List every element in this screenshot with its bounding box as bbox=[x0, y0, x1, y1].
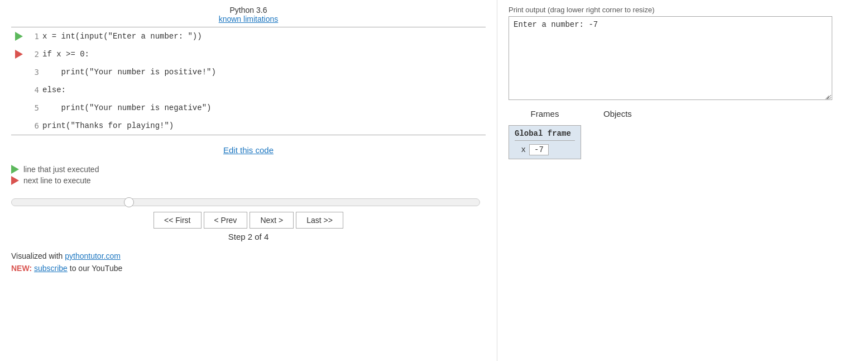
code-line-6: 6 print("Thanks for playing!") bbox=[11, 117, 486, 135]
line-num-2: 2 bbox=[27, 50, 42, 59]
resize-handle-icon: ◢ bbox=[825, 93, 831, 98]
code-text-6: print("Thanks for playing!") bbox=[42, 121, 174, 130]
new-label: NEW: bbox=[11, 264, 32, 273]
frames-title: Frames bbox=[509, 109, 581, 118]
left-panel: Python 3.6 known limitations 1 x = int(i… bbox=[0, 0, 497, 361]
subscribe-link[interactable]: subscribe bbox=[34, 264, 68, 273]
frame-var-x: x bbox=[515, 145, 526, 154]
slider-thumb[interactable] bbox=[124, 197, 134, 207]
objects-section: Objects bbox=[603, 109, 632, 159]
code-text-4: else: bbox=[42, 86, 66, 94]
output-box[interactable]: Enter a number: -7 ◢ bbox=[509, 16, 832, 100]
code-line-5: 5 print("Your number is negative") bbox=[11, 99, 486, 117]
code-table: 1 x = int(input("Enter a number: ")) 2 i… bbox=[11, 27, 486, 135]
global-frame-box: Global frame x -7 bbox=[509, 125, 581, 159]
python-version-title: Python 3.6 bbox=[11, 6, 486, 15]
frame-row-x: x -7 bbox=[515, 144, 575, 155]
legend-red-arrow-icon bbox=[11, 176, 19, 185]
footer-visualized: Visualized with pythontutor.com bbox=[11, 251, 486, 260]
code-line-1: 1 x = int(input("Enter a number: ")) bbox=[11, 27, 486, 45]
code-line-3: 3 print("Your number is positive!") bbox=[11, 63, 486, 81]
next-button[interactable]: Next > bbox=[250, 212, 294, 229]
output-content: Enter a number: -7 bbox=[514, 20, 598, 29]
legend-green-arrow-icon bbox=[11, 165, 19, 174]
red-arrow-icon bbox=[15, 50, 23, 59]
code-text-5: print("Your number is negative") bbox=[42, 103, 211, 112]
code-text-2: if x >= 0: bbox=[42, 50, 89, 59]
nav-buttons: << First < Prev Next > Last >> bbox=[11, 212, 486, 229]
frames-section: Frames Global frame x -7 bbox=[509, 109, 581, 159]
first-button[interactable]: << First bbox=[154, 212, 201, 229]
line-num-4: 4 bbox=[27, 86, 42, 94]
edit-link-container: Edit this code bbox=[11, 145, 486, 155]
right-panel: Print output (drag lower right corner to… bbox=[497, 0, 868, 361]
pythontutor-link[interactable]: pythontutor.com bbox=[65, 251, 121, 260]
line-num-6: 6 bbox=[27, 121, 42, 130]
code-text-3: print("Your number is positive!") bbox=[42, 68, 216, 77]
code-header: Python 3.6 known limitations bbox=[11, 6, 486, 23]
last-button[interactable]: Last >> bbox=[296, 212, 343, 229]
green-arrow-icon bbox=[15, 32, 23, 41]
frame-title: Global frame bbox=[515, 129, 575, 141]
step-info: Step 2 of 4 bbox=[11, 232, 486, 241]
line-num-5: 5 bbox=[27, 103, 42, 112]
edit-this-code-link[interactable]: Edit this code bbox=[223, 145, 274, 155]
slider-track[interactable] bbox=[11, 198, 480, 206]
legend-green: line that just executed bbox=[11, 165, 486, 174]
legend: line that just executed next line to exe… bbox=[11, 165, 486, 187]
objects-title: Objects bbox=[603, 109, 632, 118]
frame-val-x: -7 bbox=[529, 144, 549, 155]
output-label: Print output (drag lower right corner to… bbox=[509, 6, 857, 14]
frames-objects-container: Frames Global frame x -7 Objects bbox=[509, 109, 857, 159]
subscribe-suffix: to our YouTube bbox=[70, 264, 122, 273]
legend-red-label: next line to execute bbox=[23, 176, 91, 185]
code-text-1: x = int(input("Enter a number: ")) bbox=[42, 32, 202, 41]
code-line-4: 4 else: bbox=[11, 81, 486, 99]
footer-new: NEW: subscribe to our YouTube bbox=[11, 264, 486, 273]
main-container: Python 3.6 known limitations 1 x = int(i… bbox=[0, 0, 868, 361]
legend-green-label: line that just executed bbox=[23, 165, 99, 174]
visualized-text: Visualized with bbox=[11, 251, 65, 260]
slider-container bbox=[11, 198, 486, 206]
arrow-cell-2 bbox=[11, 50, 27, 59]
arrow-cell-1 bbox=[11, 32, 27, 41]
line-num-1: 1 bbox=[27, 32, 42, 41]
code-line-2: 2 if x >= 0: bbox=[11, 45, 486, 63]
line-num-3: 3 bbox=[27, 68, 42, 77]
prev-button[interactable]: < Prev bbox=[204, 212, 248, 229]
known-limitations-link[interactable]: known limitations bbox=[219, 15, 279, 23]
legend-red: next line to execute bbox=[11, 176, 486, 185]
